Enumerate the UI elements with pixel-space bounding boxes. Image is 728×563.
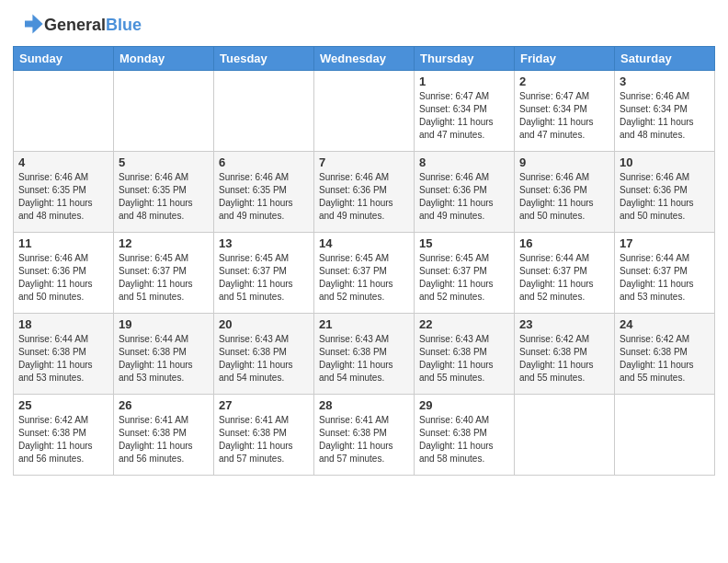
day-number: 24	[620, 317, 710, 331]
calendar-cell: 28Sunrise: 6:41 AM Sunset: 6:38 PM Dayli…	[314, 395, 415, 476]
day-number: 14	[319, 236, 409, 250]
calendar-cell	[114, 71, 214, 152]
logo-icon	[18, 11, 44, 37]
calendar-cell: 12Sunrise: 6:45 AM Sunset: 6:37 PM Dayli…	[114, 233, 214, 314]
calendar-cell: 19Sunrise: 6:44 AM Sunset: 6:38 PM Dayli…	[114, 314, 214, 395]
day-number: 25	[18, 398, 108, 412]
day-info: Sunrise: 6:44 AM Sunset: 6:37 PM Dayligh…	[519, 252, 609, 304]
day-number: 8	[419, 155, 509, 169]
calendar-cell: 29Sunrise: 6:40 AM Sunset: 6:38 PM Dayli…	[415, 395, 515, 476]
calendar-cell: 7Sunrise: 6:46 AM Sunset: 6:36 PM Daylig…	[314, 152, 415, 233]
calendar-cell: 4Sunrise: 6:46 AM Sunset: 6:35 PM Daylig…	[14, 152, 114, 233]
day-info: Sunrise: 6:46 AM Sunset: 6:36 PM Dayligh…	[419, 171, 509, 223]
day-number: 9	[519, 155, 609, 169]
day-number: 1	[419, 75, 509, 88]
day-info: Sunrise: 6:41 AM Sunset: 6:38 PM Dayligh…	[119, 414, 209, 465]
logo-text: GeneralBlue	[44, 17, 142, 35]
header: GeneralBlue	[0, 0, 728, 46]
page: GeneralBlue SundayMondayTuesdayWednesday…	[0, 0, 728, 563]
day-info: Sunrise: 6:45 AM Sunset: 6:37 PM Dayligh…	[419, 252, 509, 304]
calendar-cell: 5Sunrise: 6:46 AM Sunset: 6:35 PM Daylig…	[114, 152, 214, 233]
day-info: Sunrise: 6:43 AM Sunset: 6:38 PM Dayligh…	[319, 333, 409, 385]
day-number: 15	[419, 236, 509, 250]
calendar-cell: 11Sunrise: 6:46 AM Sunset: 6:36 PM Dayli…	[14, 233, 114, 314]
calendar-week-row: 4Sunrise: 6:46 AM Sunset: 6:35 PM Daylig…	[14, 152, 715, 233]
calendar-cell: 3Sunrise: 6:46 AM Sunset: 6:34 PM Daylig…	[615, 71, 715, 152]
calendar-cell: 14Sunrise: 6:45 AM Sunset: 6:37 PM Dayli…	[314, 233, 415, 314]
calendar-cell: 10Sunrise: 6:46 AM Sunset: 6:36 PM Dayli…	[615, 152, 715, 233]
day-number: 20	[219, 317, 309, 331]
day-info: Sunrise: 6:40 AM Sunset: 6:38 PM Dayligh…	[419, 414, 509, 465]
day-number: 2	[519, 75, 609, 88]
logo: GeneralBlue	[17, 11, 142, 40]
day-number: 6	[219, 155, 309, 169]
day-number: 19	[119, 317, 209, 331]
calendar-day-header: Monday	[114, 47, 214, 71]
day-number: 16	[519, 236, 609, 250]
day-number: 23	[519, 317, 609, 331]
day-info: Sunrise: 6:45 AM Sunset: 6:37 PM Dayligh…	[119, 252, 209, 304]
calendar-cell	[515, 395, 615, 476]
calendar-week-row: 25Sunrise: 6:42 AM Sunset: 6:38 PM Dayli…	[14, 395, 715, 476]
calendar-cell: 27Sunrise: 6:41 AM Sunset: 6:38 PM Dayli…	[214, 395, 314, 476]
calendar-cell: 8Sunrise: 6:46 AM Sunset: 6:36 PM Daylig…	[415, 152, 515, 233]
day-info: Sunrise: 6:44 AM Sunset: 6:38 PM Dayligh…	[119, 333, 209, 385]
day-info: Sunrise: 6:42 AM Sunset: 6:38 PM Dayligh…	[18, 414, 108, 465]
day-number: 22	[419, 317, 509, 331]
day-info: Sunrise: 6:46 AM Sunset: 6:36 PM Dayligh…	[620, 171, 710, 223]
calendar-day-header: Sunday	[14, 47, 114, 71]
calendar-week-row: 18Sunrise: 6:44 AM Sunset: 6:38 PM Dayli…	[14, 314, 715, 395]
day-info: Sunrise: 6:46 AM Sunset: 6:35 PM Dayligh…	[119, 171, 209, 223]
day-info: Sunrise: 6:44 AM Sunset: 6:37 PM Dayligh…	[620, 252, 710, 304]
calendar-cell: 1Sunrise: 6:47 AM Sunset: 6:34 PM Daylig…	[415, 71, 515, 152]
calendar-cell: 24Sunrise: 6:42 AM Sunset: 6:38 PM Dayli…	[615, 314, 715, 395]
calendar-cell: 2Sunrise: 6:47 AM Sunset: 6:34 PM Daylig…	[515, 71, 615, 152]
day-info: Sunrise: 6:44 AM Sunset: 6:38 PM Dayligh…	[18, 333, 108, 385]
day-number: 29	[419, 398, 509, 412]
day-info: Sunrise: 6:47 AM Sunset: 6:34 PM Dayligh…	[419, 90, 509, 142]
calendar-cell: 6Sunrise: 6:46 AM Sunset: 6:35 PM Daylig…	[214, 152, 314, 233]
day-number: 27	[219, 398, 309, 412]
calendar-cell: 26Sunrise: 6:41 AM Sunset: 6:38 PM Dayli…	[114, 395, 214, 476]
calendar-cell	[14, 71, 114, 152]
day-info: Sunrise: 6:42 AM Sunset: 6:38 PM Dayligh…	[620, 333, 710, 385]
calendar-week-row: 11Sunrise: 6:46 AM Sunset: 6:36 PM Dayli…	[14, 233, 715, 314]
day-info: Sunrise: 6:45 AM Sunset: 6:37 PM Dayligh…	[319, 252, 409, 304]
calendar-cell: 18Sunrise: 6:44 AM Sunset: 6:38 PM Dayli…	[14, 314, 114, 395]
calendar-week-row: 1Sunrise: 6:47 AM Sunset: 6:34 PM Daylig…	[14, 71, 715, 152]
day-number: 26	[119, 398, 209, 412]
day-info: Sunrise: 6:43 AM Sunset: 6:38 PM Dayligh…	[219, 333, 309, 385]
calendar-cell: 16Sunrise: 6:44 AM Sunset: 6:37 PM Dayli…	[515, 233, 615, 314]
day-number: 11	[18, 236, 108, 250]
day-info: Sunrise: 6:47 AM Sunset: 6:34 PM Dayligh…	[519, 90, 609, 142]
day-info: Sunrise: 6:45 AM Sunset: 6:37 PM Dayligh…	[219, 252, 309, 304]
day-number: 5	[119, 155, 209, 169]
calendar-cell: 22Sunrise: 6:43 AM Sunset: 6:38 PM Dayli…	[415, 314, 515, 395]
day-number: 17	[620, 236, 710, 250]
day-info: Sunrise: 6:41 AM Sunset: 6:38 PM Dayligh…	[219, 414, 309, 465]
calendar-table: SundayMondayTuesdayWednesdayThursdayFrid…	[13, 46, 715, 476]
day-info: Sunrise: 6:46 AM Sunset: 6:35 PM Dayligh…	[18, 171, 108, 223]
calendar-cell	[214, 71, 314, 152]
calendar-day-header: Thursday	[415, 47, 515, 71]
day-info: Sunrise: 6:46 AM Sunset: 6:34 PM Dayligh…	[620, 90, 710, 142]
calendar-cell: 20Sunrise: 6:43 AM Sunset: 6:38 PM Dayli…	[214, 314, 314, 395]
day-number: 12	[119, 236, 209, 250]
day-info: Sunrise: 6:46 AM Sunset: 6:36 PM Dayligh…	[519, 171, 609, 223]
calendar-day-header: Wednesday	[314, 47, 415, 71]
calendar-header-row: SundayMondayTuesdayWednesdayThursdayFrid…	[14, 47, 715, 71]
day-number: 21	[319, 317, 409, 331]
day-info: Sunrise: 6:42 AM Sunset: 6:38 PM Dayligh…	[519, 333, 609, 385]
day-info: Sunrise: 6:41 AM Sunset: 6:38 PM Dayligh…	[319, 414, 409, 465]
calendar-cell: 25Sunrise: 6:42 AM Sunset: 6:38 PM Dayli…	[14, 395, 114, 476]
day-info: Sunrise: 6:46 AM Sunset: 6:36 PM Dayligh…	[319, 171, 409, 223]
day-number: 18	[18, 317, 108, 331]
calendar-cell	[314, 71, 415, 152]
day-number: 28	[319, 398, 409, 412]
day-info: Sunrise: 6:46 AM Sunset: 6:36 PM Dayligh…	[18, 252, 108, 304]
calendar-day-header: Tuesday	[214, 47, 314, 71]
day-number: 4	[18, 155, 108, 169]
calendar-cell: 15Sunrise: 6:45 AM Sunset: 6:37 PM Dayli…	[415, 233, 515, 314]
calendar-cell: 17Sunrise: 6:44 AM Sunset: 6:37 PM Dayli…	[615, 233, 715, 314]
calendar-cell: 23Sunrise: 6:42 AM Sunset: 6:38 PM Dayli…	[515, 314, 615, 395]
